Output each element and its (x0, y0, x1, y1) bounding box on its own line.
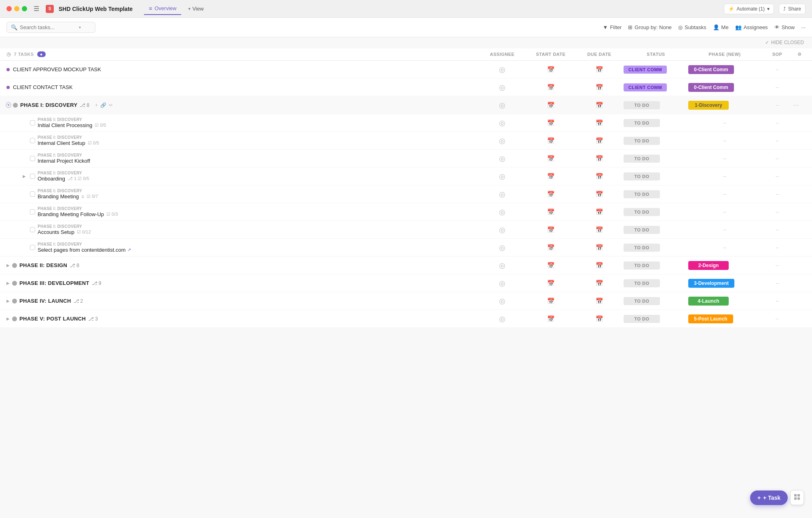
phase-badge-cell[interactable]: 0-Client Comm (688, 65, 761, 74)
assignee-cell[interactable]: ◎ (478, 208, 527, 217)
assignee-cell[interactable]: ◎ (478, 243, 527, 252)
search-input[interactable] (20, 24, 76, 30)
start-date-cell[interactable]: 📅 (527, 155, 575, 162)
due-date-cell[interactable]: 📅 (575, 244, 624, 251)
start-date-cell[interactable]: 📅 (527, 226, 575, 234)
due-date-cell[interactable]: 📅 (575, 84, 624, 91)
assignee-icon[interactable]: ◎ (499, 83, 505, 92)
maximize-button[interactable] (22, 6, 27, 11)
status-cell[interactable]: CLIENT COMM (624, 83, 688, 91)
status-cell[interactable]: CLIENT COMM (624, 66, 688, 74)
assignee-icon[interactable]: ◎ (499, 101, 505, 110)
start-date-cell[interactable]: 📅 (527, 66, 575, 73)
due-date-cell[interactable]: 📅 (575, 191, 624, 198)
assignee-cell[interactable]: ◎ (478, 297, 527, 306)
table-row[interactable]: CLIENT APPROVED MOCKUP TASK ◎ 📅 📅 CLIENT… (0, 61, 812, 79)
external-link-icon[interactable]: ↗ (127, 247, 131, 253)
subtask-expand-icon[interactable]: ▶ (23, 174, 27, 178)
start-date-icon[interactable]: 📅 (547, 226, 555, 234)
table-row[interactable]: ▶ PHASE I: DISCOVERY Onboarding ⎇ 1 ☑ 0/… (0, 168, 812, 185)
due-date-cell[interactable]: 📅 (575, 119, 624, 127)
start-date-cell[interactable]: 📅 (527, 297, 575, 305)
status-cell[interactable]: TO DO (624, 261, 688, 270)
due-date-icon[interactable]: 📅 (596, 226, 603, 234)
assignee-cell[interactable]: ◎ (478, 119, 527, 127)
assignee-cell[interactable]: ◎ (478, 136, 527, 145)
expand-icon[interactable]: ▶ (6, 263, 10, 267)
table-row[interactable]: PHASE I: DISCOVERY Select pages from con… (0, 239, 812, 257)
phase-row[interactable]: ▶ PHASE III: DEVELOPMENT ⎇ 9 ◎ 📅 📅 TO DO… (0, 274, 812, 292)
start-date-icon[interactable]: 📅 (547, 208, 555, 216)
start-date-icon[interactable]: 📅 (547, 119, 555, 127)
subtasks-button[interactable]: ◎ Subtasks (678, 24, 706, 30)
start-date-icon[interactable]: 📅 (547, 280, 555, 287)
phase-badge-cell[interactable]: 0-Client Comm (688, 83, 761, 92)
status-cell[interactable]: TO DO (624, 101, 688, 109)
start-date-icon[interactable]: 📅 (547, 173, 555, 180)
assignee-cell[interactable]: ◎ (478, 225, 527, 234)
assignee-icon[interactable]: ◎ (499, 314, 505, 323)
start-date-cell[interactable]: 📅 (527, 173, 575, 180)
status-cell[interactable]: TO DO (624, 208, 688, 216)
due-date-icon[interactable]: 📅 (596, 155, 603, 162)
hide-closed-button[interactable]: ✓ HIDE CLOSED (765, 40, 804, 45)
status-cell[interactable]: TO DO (624, 226, 688, 234)
start-date-icon[interactable]: 📅 (547, 102, 555, 109)
status-cell[interactable]: TO DO (624, 315, 688, 323)
add-phase-icon[interactable]: + (95, 102, 98, 108)
start-date-icon[interactable]: 📅 (547, 66, 555, 73)
phase-row[interactable]: ▶ PHASE V: POST LAUNCH ⎇ 3 ◎ 📅 📅 TO DO 5… (0, 310, 812, 328)
start-date-cell[interactable]: 📅 (527, 208, 575, 216)
assignee-cell[interactable]: ◎ (478, 83, 527, 92)
start-date-icon[interactable]: 📅 (547, 155, 555, 162)
phase-row[interactable]: ▶ PHASE II: DESIGN ⎇ 8 ◎ 📅 📅 TO DO 2-Des… (0, 257, 812, 274)
clock-header-icon[interactable]: ◷ (6, 51, 11, 57)
minimize-button[interactable] (14, 6, 19, 11)
due-date-icon[interactable]: 📅 (596, 280, 603, 287)
phase-badge-cell[interactable]: 5-Post Launch (688, 314, 761, 323)
due-date-icon[interactable]: 📅 (596, 66, 603, 73)
status-cell[interactable]: TO DO (624, 279, 688, 287)
due-date-icon[interactable]: 📅 (596, 244, 603, 251)
edit-phase-icon[interactable]: ✏ (109, 102, 113, 108)
status-cell[interactable]: TO DO (624, 172, 688, 180)
status-cell[interactable]: TO DO (624, 119, 688, 127)
due-date-cell[interactable]: 📅 (575, 102, 624, 109)
due-date-cell[interactable]: 📅 (575, 173, 624, 180)
expand-icon[interactable]: ▼ (6, 103, 11, 107)
due-date-cell[interactable]: 📅 (575, 262, 624, 269)
assignee-cell[interactable]: ◎ (478, 279, 527, 288)
table-row[interactable]: PHASE I: DISCOVERY Initial Client Proces… (0, 114, 812, 132)
more-options-icon[interactable]: ··· (793, 102, 799, 108)
due-date-icon[interactable]: 📅 (596, 262, 603, 269)
assignee-icon[interactable]: ◎ (499, 243, 505, 252)
search-chevron-icon[interactable]: ▾ (79, 25, 81, 30)
due-date-cell[interactable]: 📅 (575, 226, 624, 234)
status-cell[interactable]: TO DO (624, 244, 688, 252)
assignee-icon[interactable]: ◎ (499, 225, 505, 234)
search-box[interactable]: 🔍 ▾ (6, 22, 95, 33)
assignee-icon[interactable]: ◎ (499, 208, 505, 217)
start-date-cell[interactable]: 📅 (527, 315, 575, 323)
table-row[interactable]: PHASE I: DISCOVERY Accounts Setup ☑ 0/12… (0, 221, 812, 239)
due-date-icon[interactable]: 📅 (596, 137, 603, 144)
start-date-icon[interactable]: 📅 (547, 84, 555, 91)
expand-icon[interactable]: ▶ (6, 299, 10, 303)
due-date-cell[interactable]: 📅 (575, 208, 624, 216)
table-row[interactable]: PHASE I: DISCOVERY Internal Client Setup… (0, 132, 812, 150)
assignee-icon[interactable]: ◎ (499, 190, 505, 199)
phase-badge-cell[interactable]: 4-Launch (688, 297, 761, 306)
expand-icon[interactable]: ▶ (6, 316, 10, 321)
group-by-button[interactable]: ⊞ Group by: None (628, 24, 672, 30)
due-date-cell[interactable]: 📅 (575, 137, 624, 144)
assignee-icon[interactable]: ◎ (499, 65, 505, 74)
start-date-cell[interactable]: 📅 (527, 137, 575, 144)
subtask-checkbox[interactable] (30, 191, 35, 197)
phase-badge-cell[interactable]: 2-Design (688, 261, 761, 270)
due-date-icon[interactable]: 📅 (596, 315, 603, 323)
due-date-icon[interactable]: 📅 (596, 119, 603, 127)
due-date-cell[interactable]: 📅 (575, 280, 624, 287)
assignee-cell[interactable]: ◎ (478, 261, 527, 270)
start-date-icon[interactable]: 📅 (547, 137, 555, 144)
phase-row[interactable]: ▶ PHASE IV: LAUNCH ⎇ 2 ◎ 📅 📅 TO DO 4-Lau… (0, 292, 812, 310)
